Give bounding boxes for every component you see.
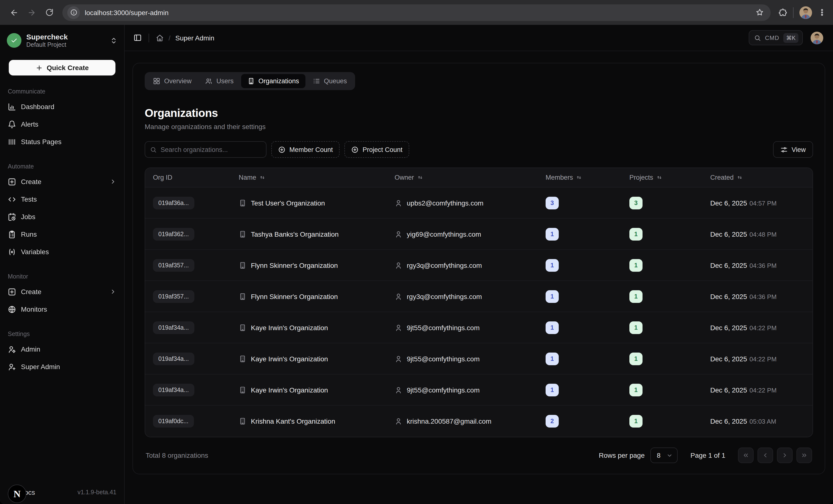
sidebar-item-monitor-create[interactable]: Create — [0, 283, 124, 301]
sort-icon — [417, 174, 423, 181]
command-search-button[interactable]: CMD ⌘K — [749, 30, 803, 45]
rows-per-page-select[interactable]: 8 — [650, 448, 678, 463]
building-icon — [247, 77, 255, 85]
created-cell: Dec 6, 202504:22 PM — [710, 355, 805, 363]
last-page-button[interactable] — [796, 448, 812, 463]
sort-icon — [576, 174, 582, 181]
sidebar-item-variables[interactable]: Variables — [0, 243, 124, 261]
browser-address-bar[interactable]: localhost:3000/super-admin — [62, 4, 771, 21]
user-icon — [395, 230, 402, 238]
quick-create-button[interactable]: Quick Create — [9, 60, 116, 75]
view-options-button[interactable]: View — [773, 141, 813, 158]
sidebar-item-label: Tests — [21, 195, 37, 203]
table-row[interactable]: 019af34a... Kaye Irwin's Organization 9j… — [145, 343, 812, 375]
building-icon — [239, 417, 246, 425]
browser-profile-avatar[interactable] — [800, 6, 812, 19]
column-header-name[interactable]: Name — [239, 174, 395, 181]
table-row[interactable]: 019af357... Flynn Skinner's Organization… — [145, 250, 812, 281]
sidebar-footer: Docs v1.1.9-beta.41 N — [0, 488, 124, 504]
chevron-right-icon — [781, 452, 788, 459]
first-page-button[interactable] — [738, 448, 754, 463]
table-row[interactable]: 019af362... Tashya Banks's Organization … — [145, 219, 812, 250]
owner-cell: 9jt55@comfythings.com — [395, 386, 546, 394]
sidebar-item-alerts[interactable]: Alerts — [0, 115, 124, 133]
sidebar-item-tests[interactable]: Tests — [0, 190, 124, 208]
tab-queues[interactable]: Queues — [306, 74, 353, 88]
projects-count-badge: 1 — [629, 321, 643, 334]
sidebar-item-runs[interactable]: Runs — [0, 225, 124, 243]
browser-toolbar: localhost:3000/super-admin — [0, 0, 833, 25]
nextjs-dev-badge[interactable]: N — [8, 484, 26, 503]
user-avatar[interactable] — [811, 31, 823, 44]
table-body: 019af36a... Test User's Organization upb… — [145, 188, 812, 437]
sidebar-item-admin[interactable]: Admin — [0, 340, 124, 358]
table-row[interactable]: 019af34a... Kaye Irwin's Organization 9j… — [145, 375, 812, 406]
table-row[interactable]: 019af357... Flynn Skinner's Organization… — [145, 281, 812, 312]
variable-icon — [8, 248, 16, 256]
tab-users[interactable]: Users — [199, 74, 240, 88]
building-icon — [239, 292, 246, 300]
browser-forward-button[interactable] — [24, 5, 39, 20]
site-info-icon[interactable] — [67, 6, 80, 19]
sidebar-item-label: Variables — [21, 248, 49, 256]
workspace-name: Supercheck — [26, 33, 105, 41]
projects-count-badge: 3 — [629, 196, 643, 209]
browser-refresh-button[interactable] — [42, 5, 56, 20]
org-name-cell: Flynn Skinner's Organization — [239, 261, 395, 269]
tab-overview[interactable]: Overview — [147, 74, 198, 88]
user-icon — [395, 292, 402, 300]
chevrons-up-down-icon[interactable] — [110, 37, 117, 44]
rows-per-page: Rows per page 8 — [599, 448, 677, 463]
sidebar-item-label: Alerts — [21, 120, 39, 128]
member-count-filter-button[interactable]: Member Count — [271, 141, 340, 158]
sidebar-item-status-pages[interactable]: Status Pages — [0, 133, 124, 150]
tab-organizations[interactable]: Organizations — [241, 74, 305, 88]
sidebar-item-label: Super Admin — [21, 363, 60, 370]
breadcrumb-separator: / — [169, 34, 170, 42]
column-header-owner[interactable]: Owner — [395, 174, 546, 181]
sidebar-item-monitors[interactable]: Monitors — [0, 301, 124, 318]
table-row[interactable]: 019af34a... Kaye Irwin's Organization 9j… — [145, 312, 812, 343]
sidebar-item-jobs[interactable]: Jobs — [0, 208, 124, 225]
home-icon[interactable] — [156, 34, 164, 42]
browser-back-button[interactable] — [7, 5, 21, 20]
extensions-puzzle-icon[interactable] — [779, 8, 787, 17]
sidebar-section-automate: Automate Create Tests Jobs Runs — [0, 163, 124, 261]
url-text[interactable]: localhost:3000/super-admin — [85, 8, 754, 16]
next-page-button[interactable] — [777, 448, 792, 463]
projects-count-badge: 1 — [629, 227, 643, 240]
workspace-switcher[interactable]: Supercheck Default Project — [0, 25, 124, 48]
organizations-search[interactable] — [145, 141, 266, 158]
column-header-created[interactable]: Created — [710, 174, 805, 181]
sidebar: Supercheck Default Project Quick Create … — [0, 25, 125, 504]
browser-menu-icon[interactable] — [818, 8, 826, 17]
sidebar-item-automate-create[interactable]: Create — [0, 173, 124, 190]
members-count-badge: 1 — [546, 383, 559, 396]
table-header-row: Org ID Name Owner Members Projects Creat… — [145, 168, 812, 188]
table-row[interactable]: 019af0dc... Krishna Kant's Organization … — [145, 406, 812, 437]
workspace-logo-check-icon — [7, 33, 21, 48]
created-date: Dec 6, 2025 — [710, 417, 747, 425]
topbar-right: CMD ⌘K — [749, 30, 823, 45]
building-icon — [239, 386, 246, 394]
command-search-label: CMD — [765, 34, 779, 41]
total-count: Total 8 organizations — [146, 451, 208, 459]
sidebar-item-dashboard[interactable]: Dashboard — [0, 98, 124, 115]
bookmark-star-icon[interactable] — [756, 8, 764, 17]
search-input[interactable] — [161, 146, 261, 153]
sidebar-item-super-admin[interactable]: Super Admin — [0, 358, 124, 376]
topbar-divider — [148, 33, 149, 42]
tab-label: Users — [216, 77, 234, 85]
sidebar-toggle-icon[interactable] — [134, 33, 142, 42]
column-header-projects[interactable]: Projects — [629, 174, 710, 181]
created-cell: Dec 6, 202504:36 PM — [710, 292, 805, 300]
previous-page-button[interactable] — [758, 448, 773, 463]
command-kbd-shortcut: ⌘K — [783, 33, 799, 43]
project-count-filter-button[interactable]: Project Count — [344, 141, 409, 158]
created-cell: Dec 6, 202504:22 PM — [710, 386, 805, 394]
org-id-badge: 019af0dc... — [153, 415, 194, 428]
organizations-table: Org ID Name Owner Members Projects Creat… — [145, 168, 813, 437]
column-header-members[interactable]: Members — [546, 174, 629, 181]
owner-cell: 9jt55@comfythings.com — [395, 355, 546, 363]
table-row[interactable]: 019af36a... Test User's Organization upb… — [145, 188, 812, 219]
